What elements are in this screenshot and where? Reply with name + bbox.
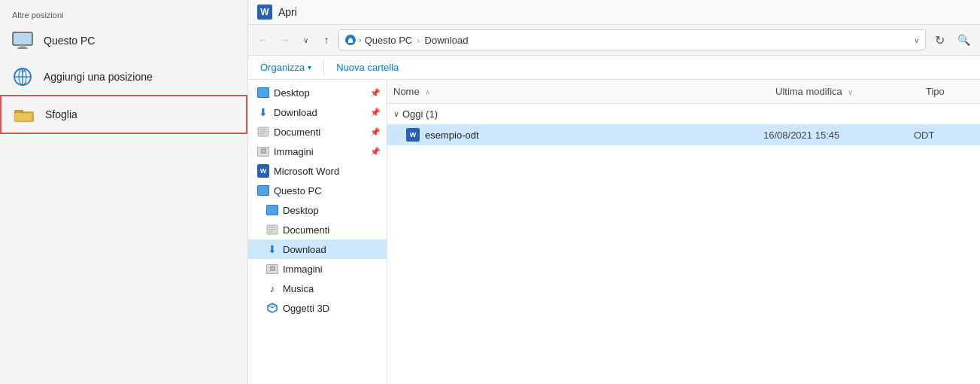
tree-item-download-tree[interactable]: ⬇ Download: [248, 239, 387, 259]
forward-button[interactable]: →: [275, 31, 293, 49]
svg-text:+: +: [21, 68, 25, 75]
col-header-type[interactable]: Tipo: [920, 83, 980, 100]
globe-icon: +: [12, 66, 33, 87]
nuova-cartella-button[interactable]: Nuova cartella: [330, 59, 405, 76]
title-bar: W Apri: [248, 0, 980, 25]
group-label-oggi: Oggi (1): [402, 108, 438, 120]
nav-item-aggiungi[interactable]: + Aggiungi una posizione: [0, 59, 247, 95]
tree-label-musica: Musica: [283, 283, 314, 294]
word-app-icon: W: [257, 5, 272, 20]
pin-icon-documenti: 📌: [370, 127, 381, 137]
questo-pc-tree-icon: [257, 184, 269, 197]
tree-item-questo-pc[interactable]: Questo PC: [248, 181, 387, 200]
tree-item-oggetti3d[interactable]: Oggetti 3D: [248, 298, 387, 318]
refresh-button[interactable]: ↻: [929, 29, 950, 50]
tree-label-word: Microsoft Word: [274, 166, 339, 177]
pin-icon-immagini: 📌: [370, 147, 381, 157]
breadcrumb-sep: ›: [417, 35, 420, 46]
nav-bar: ← → ∨ ↑ › Questo PC › Download ∨ ↻ 🔍: [248, 25, 980, 56]
toolbar-separator: [323, 60, 324, 75]
tree-item-documenti-top[interactable]: Documenti 📌: [248, 122, 387, 142]
tree-item-documenti-tree[interactable]: Documenti: [248, 220, 387, 239]
monitor-icon: [12, 30, 33, 51]
breadcrumb-questo-pc[interactable]: Questo PC: [365, 35, 413, 46]
file-name-esempio-odt: esempio-odt: [425, 130, 763, 141]
organizza-button[interactable]: Organizza ▾: [254, 59, 317, 76]
breadcrumb-download[interactable]: Download: [425, 35, 469, 46]
nav-item-sfoglia[interactable]: Sfoglia: [0, 95, 247, 134]
right-panel: W Apri ← → ∨ ↑ › Questo PC › Download ∨ …: [248, 0, 980, 384]
organizza-label: Organizza: [260, 62, 305, 73]
pin-icon-download: 📌: [370, 108, 381, 117]
tree-item-immagini-top[interactable]: 🖼 Immagini 📌: [248, 142, 387, 161]
svg-rect-0: [13, 32, 32, 45]
download-top-icon: ⬇: [257, 106, 269, 118]
left-panel: Altre posizioni Questo PC + Aggiungi una…: [0, 0, 248, 384]
tree-item-musica[interactable]: ♪ Musica: [248, 279, 387, 298]
address-bar[interactable]: › Questo PC › Download ∨: [338, 29, 926, 50]
nav-label-aggiungi: Aggiungi una posizione: [44, 71, 153, 83]
tree-item-download-top[interactable]: ⬇ Download 📌: [248, 102, 387, 122]
app-title: Apri: [278, 6, 297, 18]
tree-label-oggetti3d: Oggetti 3D: [283, 303, 329, 314]
toolbar: Organizza ▾ Nuova cartella: [248, 56, 980, 80]
tree-label-desktop-tree: Desktop: [283, 205, 319, 216]
desktop-tree-icon: [266, 204, 278, 216]
tree-item-immagini-tree[interactable]: 🖼 Immagini: [248, 259, 387, 279]
group-arrow-oggi: ∨: [393, 109, 399, 119]
tree-item-desktop-top[interactable]: Desktop 📌: [248, 83, 387, 102]
tree-label-desktop-top: Desktop: [274, 87, 310, 99]
folder-open-icon: [14, 104, 35, 125]
nav-label-sfoglia: Sfoglia: [45, 108, 77, 120]
main-content: Desktop 📌 ⬇ Download 📌 Documenti 📌: [248, 80, 980, 384]
music-tree-icon: ♪: [266, 282, 278, 294]
section-header: Altre posizioni: [0, 6, 247, 23]
group-header-oggi[interactable]: ∨ Oggi (1): [387, 104, 980, 124]
back-button[interactable]: ←: [254, 31, 272, 49]
svg-line-21: [272, 306, 277, 308]
file-icon-esempio-odt: W: [405, 127, 420, 142]
nav-label-questo-pc: Questo PC: [44, 35, 95, 47]
file-type-esempio-odt: ODT: [914, 130, 974, 141]
cube-tree-icon: [266, 302, 278, 314]
tree-label-download-tree: Download: [283, 244, 326, 255]
nuova-cartella-label: Nuova cartella: [336, 62, 399, 73]
tree-label-documenti-tree: Documenti: [283, 224, 329, 236]
tree-item-word[interactable]: W Microsoft Word: [248, 161, 387, 181]
file-area: Nome ∧ Ultima modifica ∨ Tipo ∨ Oggi (1): [387, 80, 980, 384]
breadcrumb-arrow-1: ›: [359, 35, 362, 44]
up-button[interactable]: ↑: [317, 31, 335, 49]
nav-item-questo-pc[interactable]: Questo PC: [0, 23, 247, 59]
tree-label-immagini-tree: Immagini: [283, 264, 323, 275]
tree-panel: Desktop 📌 ⬇ Download 📌 Documenti 📌: [248, 80, 387, 384]
download-tree-icon: ⬇: [266, 243, 278, 255]
col-header-date[interactable]: Ultima modifica ∨: [769, 83, 920, 100]
tree-label-immagini-top: Immagini: [274, 146, 314, 157]
documenti-top-icon: [257, 126, 269, 138]
file-row-esempio-odt[interactable]: W esempio-odt 16/08/2021 15:45 ODT: [387, 124, 980, 145]
immagini-top-icon: 🖼: [257, 145, 269, 157]
file-date-esempio-odt: 16/08/2021 15:45: [763, 130, 914, 141]
organizza-dropdown-icon: ▾: [308, 63, 311, 72]
svg-rect-2: [17, 47, 28, 49]
immagini-tree-icon: 🖼: [266, 263, 278, 275]
col-header-name[interactable]: Nome ∧: [387, 83, 769, 100]
word-tree-icon: W: [257, 165, 269, 177]
tree-label-documenti-top: Documenti: [274, 126, 320, 138]
file-headers: Nome ∧ Ultima modifica ∨ Tipo: [387, 80, 980, 104]
documenti-tree-icon: [266, 224, 278, 236]
nav-dropdown-button[interactable]: ∨: [296, 31, 314, 49]
tree-label-download-top: Download: [274, 107, 317, 118]
search-button[interactable]: 🔍: [953, 29, 974, 50]
tree-item-desktop-tree[interactable]: Desktop: [248, 200, 387, 220]
svg-line-22: [268, 306, 272, 308]
address-dropdown-icon[interactable]: ∨: [914, 36, 919, 44]
pin-icon-desktop: 📌: [370, 88, 381, 98]
desktop-top-icon: [257, 87, 269, 99]
breadcrumb-icon: [345, 35, 356, 45]
tree-label-questo-pc: Questo PC: [274, 185, 322, 197]
